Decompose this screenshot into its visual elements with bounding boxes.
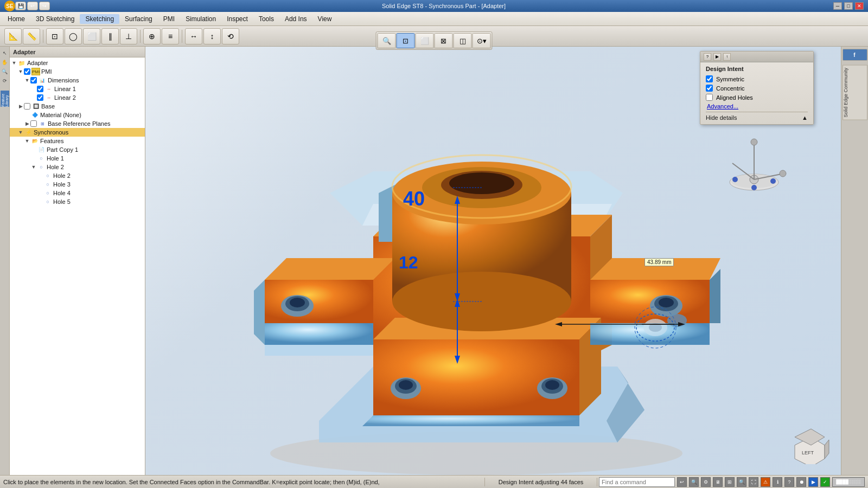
view-btn-isometric[interactable]: ⊡ bbox=[397, 33, 415, 48]
minimize-btn[interactable]: ─ bbox=[833, 2, 842, 10]
tb-btn-3[interactable]: ⊡ bbox=[46, 28, 63, 44]
rotate-icon[interactable]: ⟳ bbox=[1, 76, 9, 85]
expand-features[interactable]: ▼ bbox=[24, 138, 30, 144]
grid-status-icon[interactable]: ⊞ bbox=[725, 477, 735, 487]
se-community-tab[interactable]: Solid Edge Community bbox=[843, 65, 867, 120]
menu-tools[interactable]: Tools bbox=[253, 14, 279, 24]
menu-inspect[interactable]: Inspect bbox=[221, 14, 253, 24]
maximize-btn[interactable]: □ bbox=[844, 2, 853, 10]
fullscreen-status-icon[interactable]: ⛶ bbox=[749, 477, 758, 487]
view-btn-rotate[interactable]: ⊙▾ bbox=[473, 33, 491, 48]
tb-btn-6[interactable]: ∥ bbox=[101, 28, 119, 44]
expand-synchronous[interactable]: ▼ bbox=[17, 129, 24, 136]
tree-part-copy[interactable]: ▶ 📄 Part Copy 1 bbox=[10, 145, 145, 154]
feature-lib-icon[interactable]: Feature Library bbox=[1, 91, 9, 107]
expand-base-ref[interactable]: ▶ bbox=[24, 120, 30, 127]
tb-btn-8[interactable]: ⊕ bbox=[143, 28, 161, 44]
info-status-icon[interactable]: ℹ bbox=[773, 477, 782, 487]
tb-btn-5[interactable]: ⬜ bbox=[83, 28, 100, 44]
quick-access-btn[interactable]: 💾 bbox=[15, 2, 26, 10]
expand-dimensions[interactable]: ▼ bbox=[24, 77, 30, 84]
window-title: Solid Edge ST8 - Synchronous Part - [Ada… bbox=[54, 3, 833, 9]
menu-simulation[interactable]: Simulation bbox=[180, 14, 221, 24]
tree-linear1[interactable]: ▶ ↔ Linear 1 bbox=[10, 85, 145, 93]
warning-status-icon[interactable]: ⚠ bbox=[761, 477, 770, 487]
menu-surfacing[interactable]: Surfacing bbox=[119, 14, 158, 24]
fb-icon[interactable]: f bbox=[843, 49, 867, 61]
menu-home[interactable]: Home bbox=[2, 14, 30, 24]
zoom-icon[interactable]: 🔍 bbox=[1, 67, 9, 76]
help-status-icon[interactable]: ? bbox=[784, 477, 794, 487]
expand-hole2[interactable]: ▼ bbox=[30, 164, 37, 170]
tb-btn-10[interactable]: ↔ bbox=[185, 28, 202, 44]
tree-adapter[interactable]: ▼ 📁 Adapter bbox=[10, 59, 145, 67]
menu-view[interactable]: View bbox=[312, 14, 337, 24]
tree-hole3[interactable]: ▶ ○ Hole 3 bbox=[10, 180, 145, 189]
settings-status-icon[interactable]: ⚙ bbox=[701, 477, 711, 487]
tree-base-ref-planes[interactable]: ▶ ⊞ Base Reference Planes bbox=[10, 119, 145, 128]
di-symmetric-checkbox[interactable] bbox=[706, 75, 713, 82]
record-status-icon[interactable]: ⏺ bbox=[796, 477, 806, 487]
tree-hole2[interactable]: ▶ ○ Hole 2 bbox=[10, 171, 145, 180]
expand-adapter[interactable]: ▼ bbox=[11, 60, 17, 66]
tree-hole5[interactable]: ▶ ○ Hole 5 bbox=[10, 197, 145, 206]
view-btn-section[interactable]: ◫ bbox=[454, 33, 472, 48]
base-ref-checkbox[interactable] bbox=[30, 120, 37, 127]
tree-hole1[interactable]: ▶ ○ Hole 1 bbox=[10, 154, 145, 163]
menu-pmi[interactable]: PMI bbox=[158, 14, 180, 24]
view-btn-front[interactable]: ⬜ bbox=[416, 33, 434, 48]
menu-sketching[interactable]: Sketching bbox=[80, 14, 119, 24]
select-icon[interactable]: ↖ bbox=[1, 49, 9, 57]
find-command-input[interactable] bbox=[599, 477, 675, 487]
linear2-icon: ↔ bbox=[44, 94, 53, 101]
tb-btn-4[interactable]: ◯ bbox=[65, 28, 82, 44]
tree-pmi[interactable]: ▼ PMI PMI bbox=[10, 67, 145, 76]
tb-btn-2[interactable]: 📏 bbox=[23, 28, 40, 44]
di-advanced-row: Advanced... bbox=[706, 103, 808, 110]
tb-btn-12[interactable]: ⟲ bbox=[222, 28, 239, 44]
di-advanced-link[interactable]: Advanced... bbox=[707, 103, 738, 110]
tb-btn-11[interactable]: ↕ bbox=[203, 28, 221, 44]
menu-addins[interactable]: Add Ins bbox=[279, 14, 312, 24]
play-status-icon[interactable]: ▶ bbox=[808, 477, 818, 487]
tb-btn-7[interactable]: ⊥ bbox=[120, 28, 137, 44]
monitor-status-icon[interactable]: 🖥 bbox=[713, 477, 723, 487]
menu-3d-sketching[interactable]: 3D Sketching bbox=[30, 14, 80, 24]
zoom-status-icon[interactable]: 🔍 bbox=[737, 477, 746, 487]
view-btn-fit[interactable]: 🔍 bbox=[378, 33, 396, 48]
view-cube[interactable]: LEFT bbox=[792, 426, 830, 464]
tree-material[interactable]: ▶ 🔷 Material (None) bbox=[10, 111, 145, 119]
view-btn-perspective[interactable]: ⊠ bbox=[435, 33, 453, 48]
feature-tree[interactable]: ▼ 📁 Adapter ▼ PMI PMI ▼ 📊 Dimensions ▶ bbox=[10, 57, 145, 475]
linear2-checkbox[interactable] bbox=[37, 94, 43, 101]
tree-features[interactable]: ▼ 📂 Features bbox=[10, 137, 145, 145]
panel-help-btn[interactable]: ? bbox=[704, 53, 711, 61]
tree-hole4[interactable]: ▶ ○ Hole 4 bbox=[10, 189, 145, 197]
search-status-icon[interactable]: 🔍 bbox=[689, 477, 699, 487]
pmi-checkbox[interactable] bbox=[24, 68, 30, 75]
di-aligned-holes-checkbox[interactable] bbox=[706, 94, 713, 101]
tree-synchronous[interactable]: ▼ ⚡ Synchronous bbox=[10, 128, 145, 137]
undo-status-icon[interactable]: ↩ bbox=[677, 477, 687, 487]
close-btn[interactable]: ✕ bbox=[855, 2, 864, 10]
tb-btn-9[interactable]: ≡ bbox=[162, 28, 179, 44]
tree-hole2-parent[interactable]: ▼ ○ Hole 2 bbox=[10, 163, 145, 171]
linear1-checkbox[interactable] bbox=[37, 86, 43, 92]
redo-btn[interactable]: ↪ bbox=[39, 2, 50, 10]
expand-pmi[interactable]: ▼ bbox=[17, 68, 24, 75]
ok-status-icon[interactable]: ✓ bbox=[820, 477, 830, 487]
tree-linear2[interactable]: ▶ ↔ Linear 2 bbox=[10, 93, 145, 102]
dim-checkbox[interactable] bbox=[30, 77, 37, 84]
undo-btn[interactable]: ↩ bbox=[27, 2, 38, 10]
expand-base[interactable]: ▶ bbox=[17, 103, 24, 110]
viewport[interactable]: 40 12 43.89 mm ? ▶ ↑ Design Intent Symme… bbox=[145, 47, 841, 475]
di-hide-details-btn[interactable]: Hide details ▲ bbox=[706, 112, 808, 121]
tb-btn-1[interactable]: 📐 bbox=[4, 28, 22, 44]
tree-base[interactable]: ▶ 🔲 Base bbox=[10, 102, 145, 111]
base-checkbox[interactable] bbox=[24, 103, 30, 110]
pan-icon[interactable]: ✋ bbox=[1, 58, 9, 67]
panel-collapse-btn[interactable]: ↑ bbox=[723, 53, 731, 61]
di-concentric-checkbox[interactable] bbox=[706, 85, 713, 92]
panel-play-btn[interactable]: ▶ bbox=[713, 53, 721, 61]
tree-dimensions[interactable]: ▼ 📊 Dimensions bbox=[10, 76, 145, 85]
